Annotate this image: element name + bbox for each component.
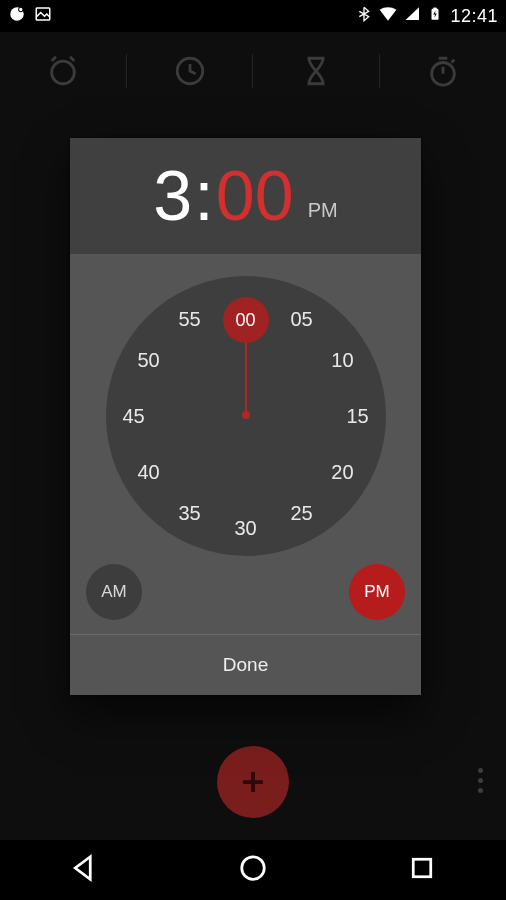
cell-signal-icon <box>404 5 422 28</box>
hour-display[interactable]: 3 <box>153 161 192 231</box>
nav-recent-button[interactable] <box>407 853 437 887</box>
minute-tick-55[interactable]: 55 <box>170 304 210 334</box>
wifi-icon <box>378 4 398 29</box>
time-colon: : <box>194 161 213 231</box>
minute-tick-30[interactable]: 30 <box>226 513 266 543</box>
minute-tick-15[interactable]: 15 <box>338 401 378 431</box>
am-label: AM <box>101 582 127 602</box>
clock-area: 00 0510152025303540455055 AM PM <box>70 254 421 634</box>
minute-tick-35[interactable]: 35 <box>170 498 210 528</box>
status-time: 12:41 <box>450 6 498 27</box>
time-picker-dialog: 3 : 00 PM 00 0510152025303540455055 AM P… <box>70 138 421 695</box>
selected-minute-thumb[interactable]: 00 <box>223 297 269 343</box>
android-nav-bar <box>0 840 506 900</box>
ampm-display: PM <box>308 199 338 222</box>
svg-rect-10 <box>413 859 431 877</box>
done-label: Done <box>223 654 268 676</box>
svg-point-9 <box>242 857 265 880</box>
minute-tick-05[interactable]: 05 <box>282 304 322 334</box>
chrome-icon <box>8 5 26 28</box>
am-button[interactable]: AM <box>86 564 142 620</box>
done-button[interactable]: Done <box>70 634 421 695</box>
pm-button[interactable]: PM <box>349 564 405 620</box>
add-alarm-fab[interactable] <box>217 746 289 818</box>
clock-app: 3 : 00 PM 00 0510152025303540455055 AM P… <box>0 32 506 840</box>
picture-icon <box>34 5 52 28</box>
minute-tick-45[interactable]: 45 <box>114 401 154 431</box>
pm-label: PM <box>364 582 390 602</box>
overflow-menu-button[interactable] <box>468 760 492 800</box>
svg-point-2 <box>19 7 22 10</box>
clock-face[interactable]: 00 0510152025303540455055 <box>106 276 386 556</box>
time-display: 3 : 00 PM <box>70 138 421 254</box>
bluetooth-icon <box>356 6 372 27</box>
minute-tick-20[interactable]: 20 <box>322 457 362 487</box>
minute-tick-40[interactable]: 40 <box>129 457 169 487</box>
android-status-bar: 12:41 <box>0 0 506 32</box>
minute-display[interactable]: 00 <box>216 161 294 231</box>
nav-back-button[interactable] <box>69 853 99 887</box>
selected-minute-label: 00 <box>235 310 255 331</box>
minute-tick-25[interactable]: 25 <box>282 498 322 528</box>
svg-rect-5 <box>434 7 438 9</box>
battery-charging-icon <box>428 4 442 29</box>
nav-home-button[interactable] <box>238 853 268 887</box>
minute-tick-50[interactable]: 50 <box>129 345 169 375</box>
minute-tick-10[interactable]: 10 <box>322 345 362 375</box>
